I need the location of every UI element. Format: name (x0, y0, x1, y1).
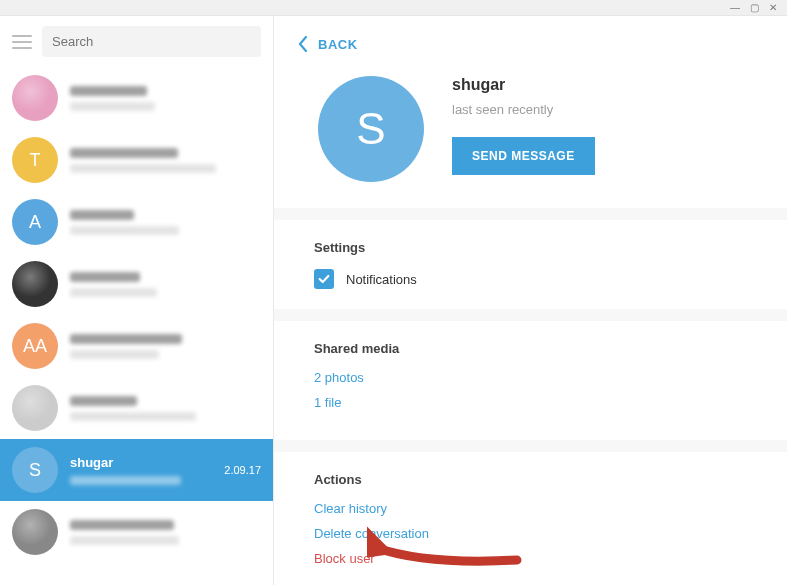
chat-preview (70, 412, 261, 421)
profile-avatar[interactable]: S (318, 76, 424, 182)
main-panel: BACK S shugar last seen recently SEND ME… (274, 16, 787, 585)
chat-name (70, 396, 261, 406)
settings-heading: Settings (314, 240, 763, 255)
chat-row[interactable] (0, 67, 273, 129)
shared-photos-link[interactable]: 2 photos (314, 370, 763, 385)
chat-row[interactable]: AA (0, 315, 273, 377)
search-input[interactable] (42, 26, 261, 57)
block-user-link[interactable]: Block user (314, 551, 763, 566)
sidebar: TAAASshugar2.09.17 (0, 16, 274, 585)
chat-row[interactable] (0, 501, 273, 563)
chat-avatar (12, 75, 58, 121)
chat-preview (70, 226, 261, 235)
notifications-label: Notifications (346, 272, 417, 287)
chat-avatar: T (12, 137, 58, 183)
window-titlebar: — ▢ ✕ (0, 0, 787, 16)
chat-list: TAAASshugar2.09.17 (0, 67, 273, 585)
shared-files-link[interactable]: 1 file (314, 395, 763, 410)
chat-row[interactable]: A (0, 191, 273, 253)
shared-media-heading: Shared media (314, 341, 763, 356)
chat-avatar: AA (12, 323, 58, 369)
actions-heading: Actions (314, 472, 763, 487)
window-maximize[interactable]: ▢ (750, 2, 759, 13)
back-label: BACK (318, 37, 358, 52)
chat-name: shugar (70, 455, 212, 470)
checkbox-checked-icon (314, 269, 334, 289)
hamburger-menu-icon[interactable] (12, 35, 32, 49)
profile-status: last seen recently (452, 102, 595, 117)
chat-preview (70, 476, 212, 485)
chat-row[interactable]: Sshugar2.09.17 (0, 439, 273, 501)
chat-name (70, 86, 261, 96)
chat-preview (70, 102, 261, 111)
chat-preview (70, 164, 261, 173)
window-minimize[interactable]: — (730, 2, 740, 13)
chevron-left-icon (298, 36, 308, 52)
chat-name (70, 520, 261, 530)
chat-preview (70, 350, 261, 359)
window-close[interactable]: ✕ (769, 2, 777, 13)
chat-name (70, 148, 261, 158)
chat-row[interactable] (0, 377, 273, 439)
chat-avatar: A (12, 199, 58, 245)
chat-preview (70, 536, 261, 545)
chat-avatar (12, 385, 58, 431)
chat-preview (70, 288, 261, 297)
chat-avatar (12, 509, 58, 555)
chat-name (70, 272, 261, 282)
chat-row[interactable]: T (0, 129, 273, 191)
chat-time: 2.09.17 (224, 464, 261, 476)
chat-name (70, 210, 261, 220)
profile-name: shugar (452, 76, 595, 94)
send-message-button[interactable]: SEND MESSAGE (452, 137, 595, 175)
chat-row[interactable] (0, 253, 273, 315)
chat-avatar: S (12, 447, 58, 493)
chat-avatar (12, 261, 58, 307)
delete-conversation-link[interactable]: Delete conversation (314, 526, 763, 541)
back-button[interactable]: BACK (298, 36, 763, 52)
notifications-toggle[interactable]: Notifications (314, 269, 763, 289)
clear-history-link[interactable]: Clear history (314, 501, 763, 516)
chat-name (70, 334, 261, 344)
